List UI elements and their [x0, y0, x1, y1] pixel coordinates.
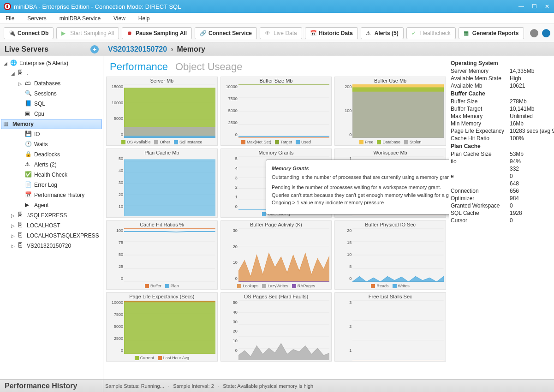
maximize-button[interactable]: ☐ — [531, 3, 537, 10]
cpu-icon: ▣ — [25, 110, 32, 118]
alerts-button[interactable]: ⚠Alerts (5) — [361, 27, 404, 39]
tree-cpu[interactable]: ▣Cpu — [0, 109, 103, 119]
tree-sql[interactable]: 📘SQL — [0, 99, 103, 109]
breadcrumb: VS201320150720 › Memory — [103, 42, 554, 56]
help-icon[interactable] — [542, 29, 550, 37]
chart-free-list-stalls-sec[interactable]: Free List Stalls Sec321 — [334, 292, 446, 362]
chart-page-life-expectancy-secs-[interactable]: Page Life Expectancy (Secs)1000075005000… — [106, 292, 218, 362]
historic-data-button[interactable]: 📅Historic Data — [305, 27, 358, 39]
chart-server-mb[interactable]: Server Mb150001000050000OS AvailableOthe… — [106, 77, 218, 146]
chart-buffer-use-mb[interactable]: Buffer Use Mb2001000FreeDatabaseStolen — [334, 77, 446, 146]
tree-errorlog[interactable]: 📄Error Log — [0, 180, 103, 190]
server-icon: 🗄 — [18, 212, 25, 219]
breadcrumb-page: Memory — [177, 45, 205, 53]
tree-healthcheck[interactable]: ✅Health Check — [0, 170, 103, 180]
server-icon: 🗄 — [18, 242, 25, 249]
lock-icon: 🔒 — [25, 151, 32, 158]
tree-databases[interactable]: ▷🗃Databases — [0, 78, 103, 89]
check-icon: ✓ — [411, 30, 418, 36]
record-icon: ⏺ — [127, 30, 133, 36]
menu-minidba-service[interactable]: miniDBA Service — [60, 15, 101, 22]
connect-db-button[interactable]: 🔌Connect Db — [4, 27, 54, 39]
server-icon: 🗄 — [18, 70, 25, 77]
tooltip-memory-grants: Memory Grants Outstanding is the number … — [266, 160, 449, 214]
menu-file[interactable]: File — [6, 15, 14, 22]
chart-plan-cache-mb[interactable]: Plan Cache Mb5040302010 — [106, 148, 218, 218]
memory-icon: ▥ — [3, 120, 11, 128]
pause-sampling-button[interactable]: ⏺Pause Sampling All — [122, 27, 192, 39]
add-server-button[interactable]: + — [90, 45, 99, 53]
tree-server-root[interactable]: ◢🗄. — [0, 68, 103, 78]
tree-waits[interactable]: 🕐Waits — [0, 139, 103, 149]
eye-icon: 👁 — [265, 30, 271, 36]
close-button[interactable]: ✕ — [544, 3, 550, 10]
tree-localhost-sqlexpress[interactable]: ▷🗄LOCALHOST\SQLEXPRESS — [0, 231, 103, 241]
warning-icon: ⚠ — [25, 161, 32, 168]
title-bar: miniDBA - Enterprise Edition - Connectio… — [0, 0, 554, 13]
server-icon: 🗄 — [18, 222, 25, 229]
calendar-icon: 📅 — [310, 30, 316, 36]
log-icon: 📄 — [25, 181, 32, 189]
status-interval: Sample Interval: 2 — [171, 383, 216, 389]
status-bar: Performance History Sample Status: Runni… — [0, 379, 554, 392]
plug-icon: 🔌 — [9, 30, 15, 36]
io-icon: 💾 — [25, 131, 32, 138]
tree-agent[interactable]: ▶Agent — [0, 200, 103, 210]
link-icon: 🔗 — [200, 30, 206, 36]
generate-reports-button[interactable]: ▦Generate Reports — [459, 27, 524, 39]
chart-buffer-physical-io-sec[interactable]: Buffer Physical IO Sec20151050ReadsWrite… — [334, 220, 446, 290]
charts-area: Performance Object Useage Server Mb15000… — [103, 56, 449, 379]
menu-help[interactable]: Help — [138, 15, 150, 22]
live-data-button[interactable]: 👁Live Data — [260, 27, 302, 39]
toolbar: 🔌Connect Db ▶Start Sampling All ⏺Pause S… — [0, 24, 554, 42]
sessions-icon: 🔍 — [25, 90, 32, 97]
clock-icon: 🕐 — [25, 141, 32, 148]
check-icon: ✅ — [25, 171, 32, 178]
window-title: miniDBA - Enterprise Edition - Connectio… — [14, 3, 518, 10]
tree-localhost[interactable]: ▷🗄LOCALHOST — [0, 220, 103, 231]
sql-icon: 📘 — [25, 100, 32, 107]
connect-service-button[interactable]: 🔗Connect Service — [195, 27, 257, 39]
warning-icon: ⚠ — [366, 30, 372, 36]
breadcrumb-server[interactable]: VS201320150720 — [108, 45, 167, 53]
chart-buffer-page-activity-k-[interactable]: Buffer Page Activity (K)3020100LookupsLa… — [220, 220, 332, 290]
live-servers-header: Live Servers + — [0, 42, 103, 56]
menu-view[interactable]: View — [113, 15, 125, 22]
status-state: State: Available physical memory is high — [221, 383, 315, 389]
healthcheck-button[interactable]: ✓Healthcheck — [406, 27, 456, 39]
tab-object-usage[interactable]: Object Useage — [175, 61, 243, 73]
chart-os-pages-sec-hard-faults-[interactable]: OS Pages Sec (Hard Faults)50403020100 — [220, 292, 332, 362]
tree-perfhist[interactable]: 📅Performance History — [0, 190, 103, 200]
tree-sessions[interactable]: 🔍Sessions — [0, 89, 103, 99]
database-icon: 🗃 — [25, 80, 32, 87]
tree-deadlocks[interactable]: 🔒Deadlocks — [0, 149, 103, 160]
tab-performance[interactable]: Performance — [110, 61, 168, 73]
menu-servers[interactable]: Servers — [27, 15, 46, 22]
info-panel: Operating System Server Memory14,335Mb A… — [449, 56, 554, 379]
chart-buffer-size-mb[interactable]: Buffer Size Mb100007500500025000Max(Not … — [220, 77, 332, 146]
chart-cache-hit-ratios-[interactable]: Cache Hit Ratios %1007550250BufferPlan — [106, 220, 218, 290]
tree-io[interactable]: 💾IO — [0, 129, 103, 139]
tree-memory[interactable]: ▥Memory — [1, 119, 102, 129]
tree-enterprise[interactable]: ◢🌐Enterprise (5 Alerts) — [0, 58, 103, 68]
agent-icon: ▶ — [25, 202, 32, 209]
status-sample: Sample Status: Running... — [103, 383, 166, 389]
play-icon: ▶ — [61, 30, 68, 36]
minimize-button[interactable]: — — [518, 3, 524, 10]
tree-vs2013[interactable]: ▷🗄VS201320150720 — [0, 241, 103, 251]
start-sampling-button[interactable]: ▶Start Sampling All — [56, 27, 119, 39]
server-icon: 🗄 — [18, 232, 25, 239]
tree-sqlexpress[interactable]: ▷🗄.\SQLEXPRESS — [0, 210, 103, 220]
tree-alerts[interactable]: ⚠Alerts (2) — [0, 160, 103, 170]
sidebar: ◢🌐Enterprise (5 Alerts) ◢🗄. ▷🗃Databases … — [0, 56, 103, 379]
calendar-icon: 📅 — [25, 191, 32, 199]
globe-icon: 🌐 — [10, 59, 18, 67]
excel-icon: ▦ — [464, 30, 470, 36]
menu-bar: File Servers miniDBA Service View Help — [0, 13, 554, 24]
settings-icon[interactable] — [530, 29, 538, 37]
app-icon — [4, 3, 11, 10]
performance-history-panel[interactable]: Performance History — [0, 380, 103, 392]
